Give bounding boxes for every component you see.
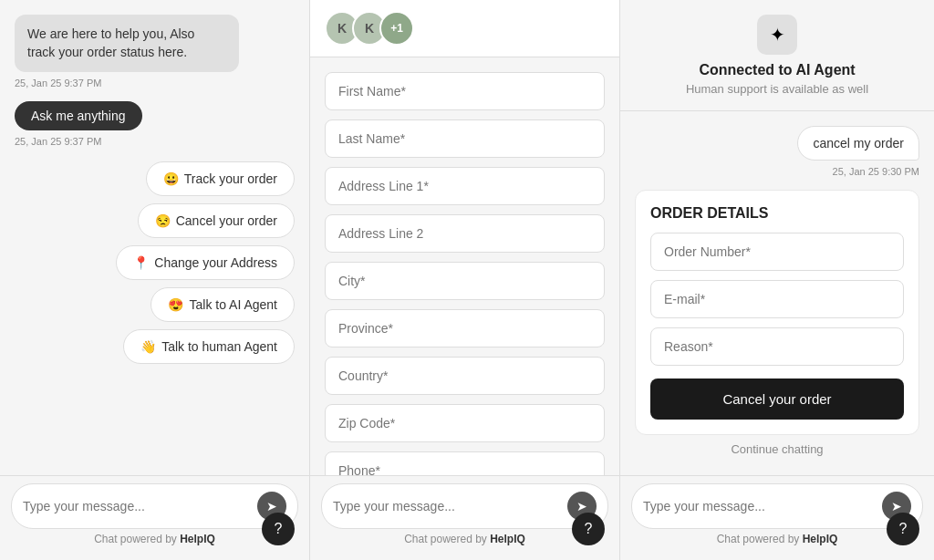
user-cancel-time: 25, Jan 25 9:30 PM: [635, 166, 919, 177]
right-footer: ➤ Chat powered by HelpIQ: [620, 475, 934, 560]
reason-field[interactable]: [650, 327, 904, 366]
left-message-input[interactable]: [23, 499, 250, 513]
ai-label: Talk to AI Agent: [189, 297, 277, 312]
mid-help-button[interactable]: ?: [572, 513, 605, 545]
human-emoji: 👋: [140, 339, 156, 354]
ask-me-anything-button[interactable]: Ask me anything: [15, 101, 142, 130]
cancel-order-button[interactable]: 😒 Cancel your order: [138, 203, 295, 238]
user-cancel-message: cancel my order: [797, 126, 919, 161]
avatar-badge: +1: [379, 11, 414, 46]
right-powered-by: Chat powered by HelpIQ: [631, 529, 923, 553]
last-name-field[interactable]: [325, 119, 605, 158]
quick-actions-list: 😀 Track your order 😒 Cancel your order 📍…: [15, 161, 295, 364]
right-continue-chatting: Continue chatting: [635, 435, 919, 463]
province-field[interactable]: [325, 309, 605, 347]
mid-message-input[interactable]: [333, 499, 560, 513]
city-field[interactable]: [325, 262, 605, 300]
cancel-order-submit-button[interactable]: Cancel your order: [650, 379, 904, 420]
left-input-row: ➤: [11, 483, 298, 529]
cancel-label: Cancel your order: [176, 213, 277, 228]
email-field[interactable]: [650, 280, 904, 318]
left-messages-area: We are here to help you, Also track your…: [0, 0, 309, 475]
right-header: ✦ Connected to AI Agent Human support is…: [620, 0, 934, 111]
address-form: Update Address Continue chatting: [310, 57, 619, 475]
country-field[interactable]: [325, 357, 605, 395]
left-powered-by: Chat powered by HelpIQ: [11, 529, 298, 553]
zip-code-field[interactable]: [325, 404, 605, 442]
right-messages-area: cancel my order 25, Jan 25 9:30 PM ORDER…: [620, 111, 934, 475]
address-label: Change your Address: [154, 255, 277, 270]
message-time-2: 25, Jan 25 9:37 PM: [15, 136, 295, 147]
left-chat-panel: We are here to help you, Also track your…: [0, 0, 310, 560]
address-line2-field[interactable]: [325, 214, 605, 253]
talk-ai-agent-button[interactable]: 😍 Talk to AI Agent: [150, 287, 295, 322]
mid-powered-by: Chat powered by HelpIQ: [321, 529, 608, 553]
message-time-1: 25, Jan 25 9:37 PM: [15, 78, 295, 88]
order-number-field[interactable]: [650, 233, 904, 271]
mid-input-row: ➤: [321, 483, 608, 529]
right-help-button[interactable]: ?: [887, 513, 919, 545]
address-line1-field[interactable]: [325, 167, 605, 205]
order-details-card: ORDER DETAILS Cancel your order: [635, 190, 919, 435]
track-emoji: 😀: [163, 171, 179, 186]
mid-chat-panel: K K +1 Update Address Continue chatting …: [310, 0, 620, 560]
mid-header: K K +1: [310, 0, 619, 57]
left-footer: ➤ Chat powered by HelpIQ: [0, 475, 309, 560]
talk-human-agent-button[interactable]: 👋 Talk to human Agent: [123, 329, 295, 364]
first-name-field[interactable]: [325, 72, 605, 110]
track-order-button[interactable]: 😀 Track your order: [146, 161, 295, 196]
human-label: Talk to human Agent: [161, 339, 277, 354]
welcome-message: We are here to help you, Also track your…: [15, 15, 239, 72]
right-message-input[interactable]: [643, 499, 875, 513]
ai-emoji: 😍: [168, 297, 183, 312]
avatar-stack: K K +1: [325, 11, 414, 46]
right-chat-panel: ✦ Connected to AI Agent Human support is…: [620, 0, 934, 560]
connected-subtitle: Human support is available as well: [686, 82, 868, 96]
left-help-button[interactable]: ?: [262, 513, 295, 545]
connected-title: Connected to AI Agent: [699, 62, 855, 78]
right-input-row: ➤: [631, 483, 923, 529]
track-label: Track your order: [184, 171, 277, 186]
change-address-button[interactable]: 📍 Change your Address: [116, 245, 295, 280]
order-details-title: ORDER DETAILS: [650, 205, 904, 222]
phone-field[interactable]: [325, 451, 605, 475]
ai-icon: ✦: [757, 15, 797, 55]
cancel-emoji: 😒: [155, 213, 171, 228]
ai-sparkle-icon: ✦: [770, 24, 785, 46]
address-emoji: 📍: [133, 255, 149, 270]
mid-footer: ➤ Chat powered by HelpIQ: [310, 475, 619, 560]
